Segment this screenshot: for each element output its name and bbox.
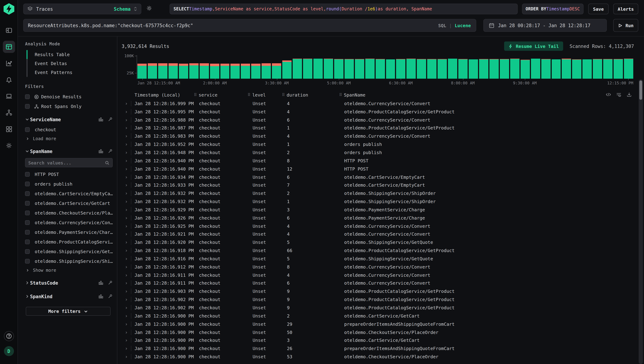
table-row[interactable]: ›Jan 28 12:28:16.940 PMcheckoutUnset8HTT… <box>122 156 637 165</box>
table-row[interactable]: ›Jan 28 12:28:16.929 PMcheckoutUnset3ote… <box>122 206 637 214</box>
checkbox[interactable] <box>25 259 30 264</box>
load-more-link[interactable]: Load more <box>25 134 113 143</box>
scrollbar-thumb[interactable] <box>639 80 642 100</box>
table-row[interactable]: ›Jan 28 12:28:16.995 PMcheckoutUnset4ote… <box>122 108 637 116</box>
table-scrollbar[interactable] <box>639 80 643 364</box>
nav-chart-explorer[interactable] <box>3 57 15 69</box>
expand-row-icon[interactable]: › <box>122 256 131 262</box>
expand-row-icon[interactable]: › <box>122 232 131 237</box>
table-row[interactable]: ›Jan 28 12:28:16.921 PMcheckoutUnset4ote… <box>122 230 637 238</box>
collapse-sidebar-icon[interactable] <box>3 24 15 36</box>
chart-filter-icon[interactable] <box>98 294 103 299</box>
pin-icon[interactable] <box>108 280 113 285</box>
time-range-picker[interactable]: Jan 28 00:28:17 - Jan 28 12:28:17 <box>483 19 607 32</box>
table-row[interactable]: ›Jan 28 12:28:16.920 PMcheckoutUnset5ote… <box>122 238 637 246</box>
nav-alerts-bell[interactable] <box>3 74 15 86</box>
expand-row-icon[interactable]: › <box>122 289 131 294</box>
checkbox[interactable] <box>25 230 30 234</box>
checkbox[interactable] <box>25 210 30 215</box>
checkbox[interactable] <box>25 191 30 196</box>
drag-handle-icon[interactable]: ⠿ <box>339 92 342 97</box>
drag-handle-icon[interactable]: ⠿ <box>194 92 197 97</box>
table-row[interactable]: ›Jan 28 12:28:16.900 PMcheckoutUnset53ot… <box>122 352 637 361</box>
table-row[interactable]: ›Jan 28 12:28:16.911 PMcheckoutUnset6ote… <box>122 279 637 287</box>
filter-value-row[interactable]: orders publish <box>25 179 113 189</box>
expand-row-icon[interactable]: › <box>122 199 131 204</box>
checkbox[interactable] <box>25 201 30 206</box>
table-row[interactable]: ›Jan 28 12:28:16.933 PMcheckoutUnset7ote… <box>122 181 637 189</box>
alerts-button[interactable]: Alerts <box>613 4 638 14</box>
code-view-icon[interactable] <box>606 92 611 97</box>
expand-row-icon[interactable]: › <box>122 142 131 147</box>
column-header-service[interactable]: ⠿service <box>194 92 248 98</box>
checkbox[interactable] <box>25 240 30 244</box>
table-row[interactable]: ›Jan 28 12:28:16.903 PMcheckoutUnset9ote… <box>122 287 637 296</box>
expand-row-icon[interactable]: › <box>122 190 131 196</box>
column-header-level[interactable]: ⠿level <box>248 92 282 98</box>
analysis-mode-event-patterns[interactable]: Event Patterns <box>28 68 113 77</box>
checkbox[interactable] <box>25 220 30 225</box>
show-more-link[interactable]: Show more <box>25 266 113 274</box>
table-row[interactable]: ›Jan 28 12:28:16.952 PMcheckoutUnset1ord… <box>122 140 637 148</box>
table-row[interactable]: ›Jan 28 12:28:16.900 PMcheckoutUnset50ot… <box>122 328 637 336</box>
expand-row-icon[interactable]: › <box>122 240 131 245</box>
expand-row-icon[interactable]: › <box>122 313 131 318</box>
chevron-down-icon[interactable] <box>25 149 30 154</box>
filter-value-row[interactable]: oteldemo.CheckoutService/Pla… <box>25 208 113 218</box>
analysis-mode-event-deltas[interactable]: Event Deltas <box>28 59 113 68</box>
resume-live-tail-button[interactable]: Resume Live Tail <box>504 42 563 51</box>
table-row[interactable]: ›Jan 28 12:28:16.934 PMcheckoutUnset6ote… <box>122 173 637 181</box>
expand-row-icon[interactable]: › <box>122 305 131 310</box>
expand-row-icon[interactable]: › <box>122 248 131 253</box>
drag-handle-icon[interactable]: ⠿ <box>248 92 250 97</box>
filter-value-row[interactable]: oteldemo.ShippingService/Get… <box>25 247 113 256</box>
expand-row-icon[interactable]: › <box>122 215 131 220</box>
table-row[interactable]: ›Jan 28 12:28:16.902 PMcheckoutUnset9ote… <box>122 296 637 304</box>
filter-value-row[interactable]: oteldemo.ShippingService/Shi… <box>25 256 113 266</box>
expand-row-icon[interactable]: › <box>122 338 131 343</box>
table-row[interactable]: ›Jan 28 12:28:16.912 PMcheckoutUnset8ote… <box>122 263 637 271</box>
source-settings-gear-icon[interactable] <box>146 5 152 13</box>
hyperdx-logo-icon[interactable] <box>3 3 15 15</box>
search-values-input[interactable] <box>28 160 105 165</box>
search-bar[interactable]: SQL | Lucene <box>23 19 476 32</box>
search-values-box[interactable] <box>25 158 113 167</box>
expand-row-icon[interactable]: › <box>122 125 131 131</box>
checkbox[interactable] <box>25 172 30 177</box>
drag-handle-icon[interactable]: ⠿ <box>282 92 285 97</box>
lucene-toggle[interactable]: Lucene <box>455 23 471 28</box>
user-avatar[interactable]: D <box>4 346 14 356</box>
pin-icon[interactable] <box>108 117 113 122</box>
nav-dashboards[interactable] <box>3 123 15 135</box>
expand-row-icon[interactable]: › <box>122 174 131 180</box>
table-row[interactable]: ›Jan 28 12:28:16.932 PMcheckoutUnset2ote… <box>122 189 637 198</box>
denoise-results-toggle[interactable]: Denoise Results <box>25 92 113 102</box>
help-icon[interactable] <box>4 331 14 341</box>
table-row[interactable]: ›Jan 28 12:28:16.900 PMcheckoutUnset29pr… <box>122 320 637 328</box>
root-spans-only-toggle[interactable]: Root Spans Only <box>25 102 113 111</box>
order-by-input[interactable]: ORDER BY Timestamp DESC <box>522 4 583 14</box>
filter-group-spankind[interactable]: SpanKind <box>25 291 113 302</box>
table-row[interactable]: ›Jan 28 12:28:16.999 PMcheckoutUnset4ote… <box>122 100 637 108</box>
expand-row-icon[interactable]: › <box>122 109 131 114</box>
expand-row-icon[interactable]: › <box>122 207 131 212</box>
nav-service-map[interactable] <box>3 106 15 119</box>
expand-row-icon[interactable]: › <box>122 101 131 106</box>
expand-row-icon[interactable]: › <box>122 321 131 327</box>
table-row[interactable]: ›Jan 28 12:28:16.925 PMcheckoutUnset4ote… <box>122 222 637 230</box>
source-select[interactable]: Traces Schema <box>23 4 141 14</box>
column-header-timestamp[interactable]: Timestamp (Local) <box>131 92 194 98</box>
checkbox[interactable] <box>25 182 30 186</box>
expand-row-icon[interactable]: › <box>122 272 131 278</box>
checkbox[interactable] <box>25 94 30 99</box>
expand-row-icon[interactable]: › <box>122 280 131 286</box>
nav-settings-gear[interactable] <box>3 140 15 152</box>
chart-filter-icon[interactable] <box>98 117 103 122</box>
expand-row-icon[interactable]: › <box>122 166 131 172</box>
chart-filter-icon[interactable] <box>98 280 103 285</box>
expand-row-icon[interactable]: › <box>122 150 131 155</box>
expand-row-icon[interactable]: › <box>122 297 131 302</box>
filter-value-row[interactable]: checkout <box>25 125 113 134</box>
chevron-right-icon[interactable] <box>25 281 30 285</box>
chevron-right-icon[interactable] <box>25 294 30 298</box>
